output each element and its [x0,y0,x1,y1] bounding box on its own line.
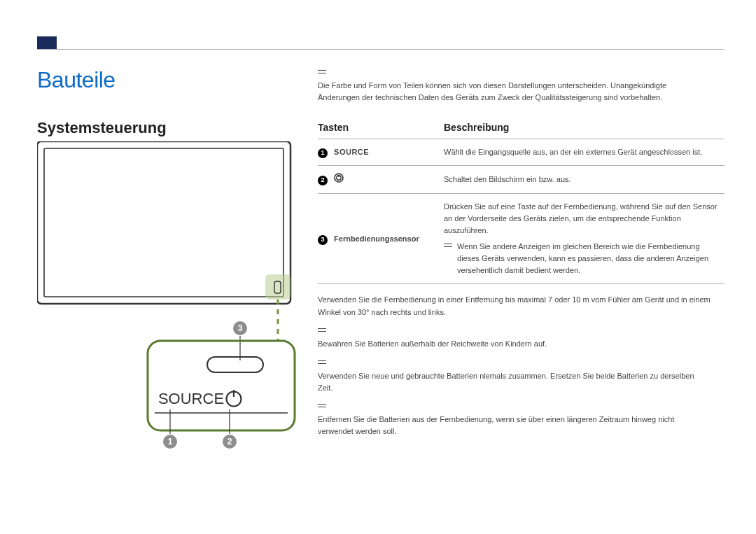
notes-block: Verwenden Sie die Fernbedienung in einer… [318,294,724,437]
note-dash-icon [444,241,455,248]
power-icon [334,173,344,186]
key-num-1: 1 [318,148,328,158]
section-title: Systemsteuerung [37,119,167,137]
bullet-2: Verwenden Sie neue und gebrauchte Batter… [318,370,710,394]
svg-rect-8 [207,357,263,372]
table-row: 3 Fernbedienungssensor Drücken Sie auf e… [318,194,724,284]
bullet-3: Entfernen Sie die Batterien aus der Fern… [318,414,710,437]
desc-3: Drücken Sie auf eine Taste auf der Fernb… [444,201,724,237]
desc-2: Schaltet den Bildschirm ein bzw. aus. [444,166,724,194]
note-dash-icon [318,358,329,369]
svg-rect-2 [265,274,290,300]
bullet-1: Bewahren Sie Batterien außerhalb der Rei… [318,338,710,350]
key-source-label: SOURCE [334,148,369,156]
th-tasten: Tasten [318,116,444,139]
callout-2: 2 [227,437,232,447]
key-num-2: 2 [318,176,328,185]
system-control-diagram: 3 SOURCE 1 2 [37,141,296,449]
note-dash-icon [318,325,329,337]
remote-distance-note: Verwenden Sie die Fernbedienung in einer… [318,294,724,318]
svg-rect-0 [37,141,290,304]
disclaimer: Die Farbe und Form von Teilen können sic… [318,67,724,104]
buttons-table: Tasten Beschreibung 1 SOURCE Wählt die E… [318,116,724,284]
desc-1: Wählt die Eingangsquelle aus, an der ein… [444,139,724,166]
svg-rect-1 [44,148,284,297]
disclaimer-text: Die Farbe und Form von Teilen können sic… [318,80,710,104]
page-title: Bauteile [37,67,115,93]
desc-3-note: Wenn Sie andere Anzeigen im gleichen Ber… [457,241,724,276]
table-row: 2 Schaltet den Bildschirm ein bzw. aus. [318,166,724,194]
callout-3: 3 [238,323,243,333]
note-dash-icon [318,401,329,412]
note-dash-icon [318,67,329,78]
key-num-3: 3 [318,235,328,245]
table-row: 1 SOURCE Wählt die Eingangsquelle aus, a… [318,139,724,166]
key-fb-label: Fernbedienungssensor [334,234,419,243]
diagram-svg: 3 SOURCE 1 2 [37,141,296,449]
top-rule [37,49,724,50]
callout-1: 1 [168,437,173,447]
blue-accent [37,36,57,49]
diagram-source-label: SOURCE [158,390,224,407]
th-beschreibung: Beschreibung [444,116,724,139]
right-column: Die Farbe und Form von Teilen können sic… [318,67,724,444]
